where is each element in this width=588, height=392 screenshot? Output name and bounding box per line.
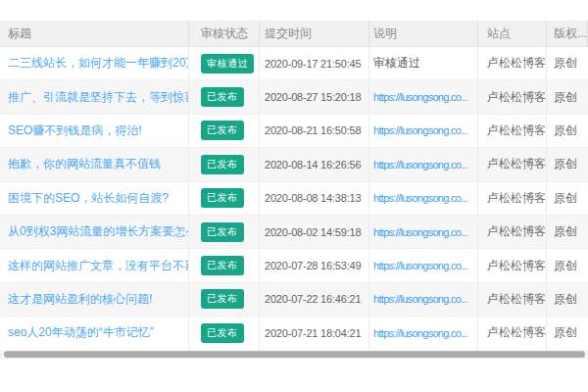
submit-time: 2020-08-21 16:50:58	[265, 124, 361, 136]
desc-cell: https://lusongsong.co...	[369, 115, 478, 147]
article-url-link[interactable]: https://lusongsong.co...	[373, 192, 467, 204]
status-cell: 已发布	[189, 317, 260, 349]
status-badge: 已发布	[201, 188, 244, 208]
article-title-link[interactable]: 这样的网站推广文章，没有平台不喜欢!	[8, 258, 188, 274]
site-cell: 卢松松博客	[478, 317, 547, 349]
copyright-type: 原创	[554, 258, 577, 274]
table-row: 这才是网站盈利的核心问题! 已发布 2020-07-22 16:46:21 ht…	[0, 283, 588, 317]
horizontal-scrollbar-thumb[interactable]	[4, 351, 585, 358]
column-header-title: 标题	[0, 21, 189, 46]
title-cell: 困境下的SEO，站长如何自渡?	[0, 182, 189, 215]
time-cell: 2020-08-08 14:38:13	[260, 182, 369, 215]
article-url-link[interactable]: https://lusongsong.co...	[373, 124, 467, 136]
title-cell: 从0到权3网站流量的增长方案要怎么做	[0, 216, 189, 248]
submit-time: 2020-08-02 14:59:18	[265, 226, 361, 238]
article-title-link[interactable]: SEO赚不到钱是病，得治!	[8, 122, 142, 139]
time-cell: 2020-09-17 21:50:45	[260, 47, 369, 79]
copyright-cell: 原创	[547, 283, 588, 316]
column-header-desc: 说明	[369, 21, 478, 46]
status-badge: 已发布	[201, 155, 244, 174]
status-badge: 已发布	[201, 87, 244, 107]
status-badge: 已发布	[201, 256, 244, 275]
copyright-cell: 原创	[547, 182, 588, 215]
table-row: seo人20年动荡的“牛市记忆” 已发布 2020-07-21 18:04:21…	[0, 317, 588, 350]
article-title-link[interactable]: 二三线站长，如何才能一年赚到20万?	[8, 55, 188, 72]
copyright-type: 原创	[554, 55, 577, 72]
site-name: 卢松松博客	[487, 156, 546, 172]
horizontal-scrollbar-track[interactable]	[0, 350, 588, 359]
status-cell: 已发布	[189, 249, 260, 281]
status-cell: 已发布	[189, 283, 260, 316]
site-cell: 卢松松博客	[478, 249, 547, 281]
copyright-type: 原创	[554, 89, 577, 106]
column-header-label: 站点	[487, 25, 511, 42]
time-cell: 2020-08-02 14:59:18	[260, 216, 369, 248]
article-url-link[interactable]: https://lusongsong.co...	[373, 293, 467, 305]
copyright-type: 原创	[554, 122, 577, 139]
copyright-cell: 原创	[547, 47, 588, 79]
table-row: 二三线站长，如何才能一年赚到20万? 审核通过 2020-09-17 21:50…	[0, 47, 588, 80]
status-cell: 已发布	[189, 115, 260, 147]
desc-cell: https://lusongsong.co...	[369, 216, 478, 248]
site-cell: 卢松松博客	[478, 216, 547, 248]
site-cell: 卢松松博客	[478, 80, 547, 113]
table-row: 从0到权3网站流量的增长方案要怎么做 已发布 2020-08-02 14:59:…	[0, 216, 588, 249]
status-cell: 审核通过	[189, 47, 260, 79]
site-name: 卢松松博客	[487, 223, 546, 240]
article-title-link[interactable]: 这才是网站盈利的核心问题!	[8, 291, 152, 308]
table-row: 抱歉，你的网站流量真不值钱 已发布 2020-08-14 16:26:56 ht…	[0, 148, 588, 181]
article-title-link[interactable]: 抱歉，你的网站流量真不值钱	[8, 156, 161, 172]
site-name: 卢松松博客	[487, 89, 546, 106]
article-title-link[interactable]: 从0到权3网站流量的增长方案要怎么做	[8, 223, 188, 240]
desc-text: 审核通过	[373, 55, 420, 72]
copyright-cell: 原创	[547, 148, 588, 180]
copyright-cell: 原创	[547, 317, 588, 349]
article-title-link[interactable]: 推广、引流就是坚持下去，等到惊喜!	[8, 89, 188, 106]
column-header-label: 提交时间	[265, 25, 312, 42]
time-cell: 2020-07-28 16:53:49	[260, 249, 369, 281]
submit-time: 2020-08-08 14:38:13	[265, 192, 361, 204]
column-header-label: 版权...	[554, 25, 587, 42]
copyright-type: 原创	[554, 291, 577, 308]
article-url-link[interactable]: https://lusongsong.co...	[373, 327, 467, 339]
time-cell: 2020-08-21 16:50:58	[260, 115, 369, 147]
site-name: 卢松松博客	[487, 190, 546, 207]
copyright-cell: 原创	[547, 216, 588, 248]
copyright-cell: 原创	[547, 80, 588, 113]
table-row: 推广、引流就是坚持下去，等到惊喜! 已发布 2020-08-27 15:20:1…	[0, 80, 588, 114]
status-badge: 已发布	[201, 121, 244, 140]
article-url-link[interactable]: https://lusongsong.co...	[373, 91, 467, 103]
copyright-type: 原创	[554, 223, 577, 240]
submit-time: 2020-09-17 21:50:45	[265, 58, 361, 70]
submit-time: 2020-07-21 18:04:21	[265, 327, 361, 339]
desc-cell: https://lusongsong.co...	[369, 80, 478, 113]
column-header-time: 提交时间	[260, 21, 369, 46]
time-cell: 2020-07-21 18:04:21	[260, 317, 369, 349]
submissions-table: 标题 审核状态 提交时间 说明 站点 版权... 二三线站长，如何才能一年赚到2…	[0, 21, 588, 351]
submit-time: 2020-07-28 16:53:49	[265, 260, 361, 271]
title-cell: seo人20年动荡的“牛市记忆”	[0, 317, 189, 349]
title-cell: 这样的网站推广文章，没有平台不喜欢!	[0, 249, 189, 281]
copyright-cell: 原创	[547, 249, 588, 281]
table-header-row: 标题 审核状态 提交时间 说明 站点 版权...	[0, 21, 588, 47]
time-cell: 2020-08-27 15:20:18	[260, 80, 369, 113]
column-header-label: 标题	[8, 25, 31, 42]
article-url-link[interactable]: https://lusongsong.co...	[373, 260, 467, 271]
column-header-status: 审核状态	[189, 21, 260, 46]
column-header-label: 审核状态	[201, 25, 248, 42]
article-url-link[interactable]: https://lusongsong.co...	[373, 159, 467, 171]
status-cell: 已发布	[189, 148, 260, 180]
table-row: 困境下的SEO，站长如何自渡? 已发布 2020-08-08 14:38:13 …	[0, 182, 588, 216]
desc-cell: https://lusongsong.co...	[369, 317, 478, 349]
column-header-copyright: 版权...	[547, 21, 588, 46]
time-cell: 2020-08-14 16:26:56	[260, 148, 369, 180]
desc-cell: https://lusongsong.co...	[369, 182, 478, 215]
submit-time: 2020-08-14 16:26:56	[265, 159, 361, 171]
article-title-link[interactable]: 困境下的SEO，站长如何自渡?	[8, 190, 169, 207]
site-cell: 卢松松博客	[478, 182, 547, 215]
status-badge: 已发布	[201, 323, 244, 343]
copyright-type: 原创	[554, 190, 577, 207]
site-cell: 卢松松博客	[478, 283, 547, 316]
article-url-link[interactable]: https://lusongsong.co...	[373, 226, 467, 238]
article-title-link[interactable]: seo人20年动荡的“牛市记忆”	[8, 324, 154, 341]
